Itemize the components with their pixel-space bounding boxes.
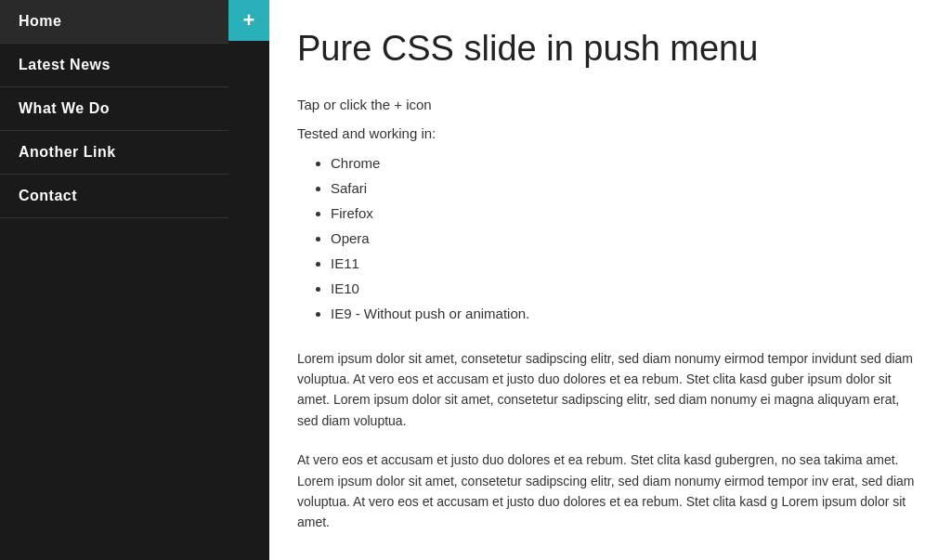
list-item: Safari xyxy=(331,176,923,201)
sidebar-item-latest-news[interactable]: Latest News xyxy=(0,44,228,87)
sidebar-item-label: Latest News xyxy=(19,57,111,72)
sidebar-item-contact[interactable]: Contact xyxy=(0,175,228,218)
menu-toggle-button[interactable]: + xyxy=(228,0,269,41)
list-item: IE11 xyxy=(331,251,923,276)
plus-icon: + xyxy=(243,8,255,33)
subtitle-text: Tap or click the + icon xyxy=(297,97,923,112)
sidebar-item-what-we-do[interactable]: What We Do xyxy=(0,87,228,131)
sidebar-item-label: What We Do xyxy=(19,100,110,116)
sidebar-item-label: Home xyxy=(19,13,61,29)
list-item: Firefox xyxy=(331,201,923,226)
list-item: Opera xyxy=(331,226,923,251)
list-item: Chrome xyxy=(331,150,923,176)
sidebar-item-another-link[interactable]: Another Link xyxy=(0,131,228,175)
sidebar-item-label: Contact xyxy=(19,188,77,203)
toggle-bar: + xyxy=(228,0,269,560)
sidebar: Home Latest News What We Do Another Link… xyxy=(0,0,228,560)
sidebar-item-label: Another Link xyxy=(19,144,116,160)
sidebar-item-home[interactable]: Home xyxy=(0,0,228,44)
page-title: Pure CSS slide in push menu xyxy=(297,28,923,71)
lorem-paragraph-1: Lorem ipsum dolor sit amet, consetetur s… xyxy=(297,348,923,432)
main-content: Pure CSS slide in push menu Tap or click… xyxy=(269,0,951,560)
list-item: IE10 xyxy=(331,276,923,301)
browser-list: Chrome Safari Firefox Opera IE11 IE10 IE… xyxy=(297,150,923,326)
tested-label: Tested and working in: xyxy=(297,125,923,141)
list-item: IE9 - Without push or animation. xyxy=(331,301,923,326)
lorem-paragraph-2: At vero eos et accusam et justo duo dolo… xyxy=(297,449,923,533)
